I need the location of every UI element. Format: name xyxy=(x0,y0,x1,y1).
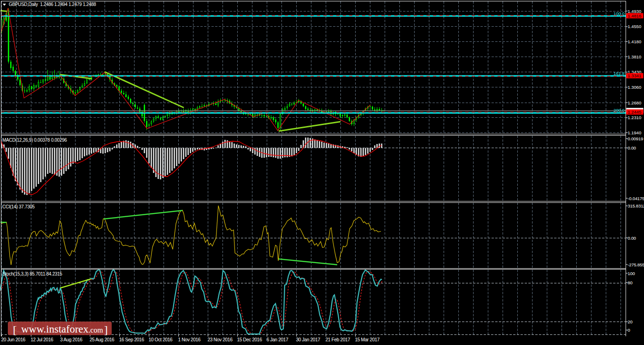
svg-text:3 Aug 2016: 3 Aug 2016 xyxy=(60,337,83,342)
svg-text:80: 80 xyxy=(628,280,633,285)
svg-text:12 Jul 2016: 12 Jul 2016 xyxy=(31,337,54,342)
svg-text:1.4550: 1.4550 xyxy=(628,24,642,29)
svg-text:15 Dec 2016: 15 Dec 2016 xyxy=(237,337,263,342)
svg-text:30 Jan 2017: 30 Jan 2017 xyxy=(296,337,321,342)
svg-text:GBPUSD,Daily 1.2486 1.2494 1.: GBPUSD,Daily 1.2486 1.2494 1.2479 1.2488 xyxy=(9,2,96,7)
svg-text:10 Oct 2016: 10 Oct 2016 xyxy=(149,337,173,342)
svg-text:0: 0 xyxy=(628,328,631,333)
svg-text:100.0: 100.0 xyxy=(614,11,625,16)
svg-text:16 Sep 2016: 16 Sep 2016 xyxy=(119,337,145,342)
svg-text:15 Mar 2017: 15 Mar 2017 xyxy=(355,337,380,342)
svg-text:20: 20 xyxy=(628,319,633,324)
svg-text:[: [ xyxy=(13,324,17,336)
svg-text:6 Jan 2017: 6 Jan 2017 xyxy=(267,337,289,342)
svg-text:1.2310: 1.2310 xyxy=(628,115,642,120)
svg-text:1 Nov 2016: 1 Nov 2016 xyxy=(178,337,201,342)
svg-text:1.1940: 1.1940 xyxy=(628,130,642,135)
svg-text:-275.855: -275.855 xyxy=(628,262,644,267)
svg-text:CCI(14) 37.7305: CCI(14) 37.7305 xyxy=(2,204,35,209)
svg-text:315.8312: 315.8312 xyxy=(628,203,644,208)
svg-text:20 Jun 2016: 20 Jun 2016 xyxy=(1,337,26,342)
svg-text:161.8: 161.8 xyxy=(614,71,625,76)
svg-text:23 Nov 2016: 23 Nov 2016 xyxy=(208,337,233,342)
svg-text:1.4180: 1.4180 xyxy=(628,39,642,44)
svg-text:1.4816: 1.4816 xyxy=(628,13,642,18)
svg-text:25 Aug 2016: 25 Aug 2016 xyxy=(90,337,115,342)
svg-text:200.0: 200.0 xyxy=(614,108,625,113)
svg-text:1.3060: 1.3060 xyxy=(628,85,642,90)
svg-text:-0.04175: -0.04175 xyxy=(628,196,644,201)
svg-text:1.2445: 1.2445 xyxy=(628,109,642,115)
svg-text:1.2680: 1.2680 xyxy=(628,100,642,105)
svg-text:Stoch(15,3,3) 85.7011 84.2315: Stoch(15,3,3) 85.7011 84.2315 xyxy=(2,271,63,276)
svg-text:1.3810: 1.3810 xyxy=(628,54,642,59)
svg-text:]: ] xyxy=(104,324,108,336)
svg-text:21 Feb 2017: 21 Feb 2017 xyxy=(326,337,351,342)
svg-text:0.00919: 0.00919 xyxy=(628,136,644,141)
svg-text:0.00: 0.00 xyxy=(628,236,637,241)
svg-text:MACD(12,26,9) 0.00378 0.00296: MACD(12,26,9) 0.00378 0.00296 xyxy=(2,138,67,143)
svg-text:100: 100 xyxy=(628,271,635,276)
svg-text:0.00: 0.00 xyxy=(628,145,637,150)
svg-text:1.3341: 1.3341 xyxy=(628,73,642,78)
